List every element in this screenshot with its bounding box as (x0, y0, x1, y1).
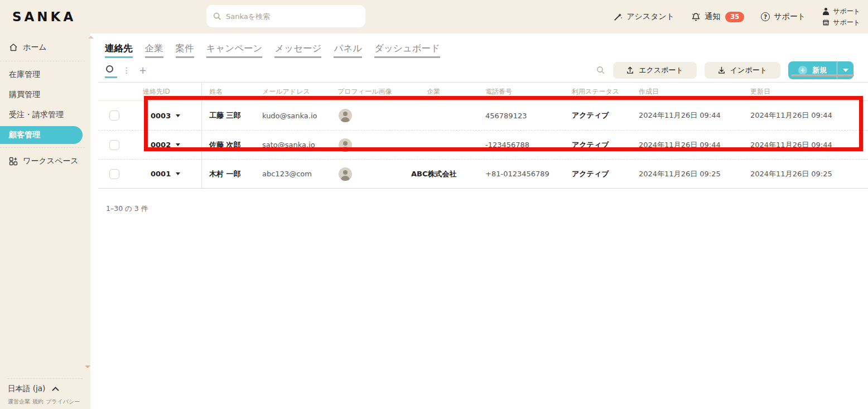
tab-messages[interactable]: メッセージ (274, 42, 321, 58)
table-search-icon[interactable] (596, 66, 605, 75)
header-name[interactable]: 姓名 (202, 83, 257, 100)
cell-status[interactable]: アクティブ (566, 160, 633, 188)
divider (8, 378, 83, 379)
new-record-dropdown[interactable] (837, 61, 853, 79)
language-selector[interactable]: 日本語 (ja) (8, 384, 83, 394)
header-phone[interactable]: 電話番号 (480, 83, 566, 100)
question-icon: ? (761, 12, 770, 21)
import-label: インポート (730, 65, 767, 75)
tab-contacts[interactable]: 連絡先 (105, 42, 133, 58)
cell-company[interactable] (404, 101, 480, 130)
sidebar-item-label: 在庫管理 (9, 70, 40, 80)
cell-contact-id: 0003 (139, 101, 202, 130)
sidebar-item-purchasing[interactable]: 購買管理 (0, 85, 90, 105)
sidebar-item-customers[interactable]: 顧客管理 (0, 126, 83, 144)
cell-company[interactable] (404, 131, 480, 159)
tab-panels[interactable]: パネル (334, 42, 362, 58)
legal-link-company[interactable]: 運営企業 (8, 398, 30, 406)
cell-profile-image (332, 131, 404, 159)
sidebar-item-orders-billing[interactable]: 受注・請求管理 (0, 105, 90, 125)
divider (0, 61, 85, 61)
tab-deals[interactable]: 案件 (176, 42, 194, 58)
row-checkbox[interactable] (109, 110, 119, 121)
tab-dashboard[interactable]: ダッシュボード (374, 42, 440, 58)
add-view-icon[interactable]: + (139, 65, 147, 76)
horizontal-scrollbar[interactable] (791, 74, 854, 76)
contact-id: 0001 (151, 170, 171, 178)
tab-campaigns[interactable]: キャンペーン (206, 42, 263, 58)
cell-company[interactable]: ABC株式会社 (404, 160, 480, 188)
cell-name[interactable]: 工藤 三郎 (202, 101, 257, 130)
user-org: サポート (833, 18, 860, 27)
new-record-button[interactable]: + 新規 (788, 61, 853, 79)
chevron-up-icon (52, 387, 59, 391)
row-checkbox[interactable] (109, 169, 119, 179)
download-icon (718, 66, 725, 74)
header-created[interactable]: 作成日 (633, 83, 745, 100)
table-body: 0003 工藤 三郎 kudo@sanka.io 456789123 アクティブ… (98, 101, 868, 189)
cell-phone[interactable]: +81-0123456789 (480, 160, 566, 188)
divider (0, 147, 85, 148)
cell-email[interactable]: sato@sanka.io (257, 131, 332, 159)
global-search[interactable] (206, 5, 365, 27)
cell-phone[interactable]: 456789123 (480, 101, 566, 130)
contact-id-dropdown[interactable]: 0003 (151, 112, 180, 120)
sidebar-item-home[interactable]: ホーム (0, 33, 90, 57)
sidebar-item-label: 受注・請求管理 (9, 110, 64, 120)
cell-name[interactable]: 佐藤 次郎 (202, 131, 257, 159)
legal-link-privacy[interactable]: プライバシー (46, 398, 80, 406)
app-logo[interactable]: SANKA (12, 9, 196, 24)
table-row: 0001 木村 一郎 abc123@com ABC株式会社 +81-012345… (98, 159, 868, 188)
cell-email[interactable]: kudo@sanka.io (257, 101, 332, 130)
user-menu[interactable]: サポート サポート (822, 7, 860, 27)
header-status[interactable]: 利用ステータス (566, 83, 633, 100)
module-tabs: 連絡先 企業 案件 キャンペーン メッセージ パネル ダッシュボード (98, 33, 868, 58)
sidebar-item-inventory[interactable]: 在庫管理 (0, 65, 90, 85)
bell-icon (691, 12, 701, 22)
cell-select (98, 160, 139, 188)
view-options-icon[interactable]: ⋮ (123, 66, 131, 75)
header-company[interactable]: 企業 (404, 83, 480, 100)
row-checkbox[interactable] (109, 140, 119, 150)
notifications-button[interactable]: 通知 35 (691, 12, 744, 22)
cell-updated: 2024年11月26日 09:44 (745, 131, 868, 159)
cell-profile-image (332, 101, 404, 130)
cell-email[interactable]: abc123@com (257, 160, 332, 188)
search-input[interactable] (226, 12, 359, 21)
cell-created: 2024年11月26日 09:25 (633, 160, 745, 188)
header-contact-id[interactable]: 連絡先ID (139, 83, 202, 100)
avatar-icon[interactable] (339, 167, 352, 181)
import-button[interactable]: インポート (705, 62, 780, 79)
header-updated[interactable]: 更新日 (745, 83, 868, 100)
contact-id-dropdown[interactable]: 0002 (151, 141, 180, 149)
sidebar: ホーム 在庫管理 購買管理 受注・請求管理 顧客管理 ワークスペース 日本語 (… (0, 33, 90, 409)
header-email[interactable]: メールアドレス (257, 83, 332, 100)
cell-contact-id: 0001 (139, 160, 202, 188)
assistant-button[interactable]: アシスタント (613, 12, 674, 22)
view-tab-active[interactable] (106, 65, 114, 76)
sidebar-item-workspace[interactable]: ワークスペース (0, 151, 90, 171)
avatar-icon[interactable] (339, 138, 352, 152)
avatar-icon[interactable] (339, 109, 352, 122)
cell-name[interactable]: 木村 一郎 (202, 160, 257, 188)
export-label: エクスポート (639, 65, 683, 75)
circle-view-icon (106, 65, 113, 73)
tab-companies[interactable]: 企業 (145, 42, 163, 58)
legal-link-terms[interactable]: 規約 (32, 398, 44, 406)
contact-id-dropdown[interactable]: 0001 (151, 170, 180, 178)
wand-icon (613, 12, 623, 22)
user-name: サポート (833, 7, 860, 16)
legal-links: 運営企業 規約 プライバシー (8, 398, 83, 406)
notifications-label: 通知 (705, 12, 720, 22)
header-profile-image[interactable]: プロフィール画像 (332, 83, 404, 100)
cell-status[interactable]: アクティブ (566, 101, 633, 130)
scroll-up-indicator[interactable] (88, 36, 94, 39)
cell-select (98, 101, 139, 130)
export-button[interactable]: エクスポート (613, 62, 697, 79)
support-button[interactable]: ? サポート (761, 12, 806, 22)
scroll-down-indicator[interactable] (85, 365, 90, 368)
cell-status[interactable]: アクティブ (566, 131, 633, 159)
workspace-icon (9, 157, 18, 166)
cell-phone[interactable]: -123456788 (480, 131, 566, 159)
cell-profile-image (332, 160, 404, 188)
